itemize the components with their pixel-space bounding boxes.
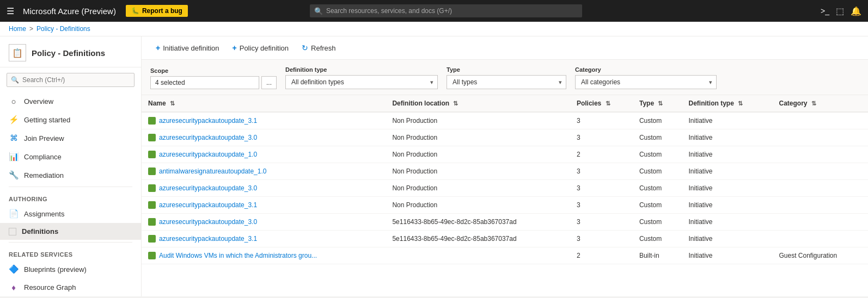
scope-input[interactable] [150, 76, 259, 89]
col-definition-location[interactable]: Definition location ⇅ [386, 95, 570, 112]
row-name-link-2[interactable]: azuresecuritypackautoupdate_1.0 [148, 151, 379, 158]
row-icon-0 [148, 117, 156, 125]
cell-type-2: Custom [633, 146, 682, 163]
col-policies[interactable]: Policies ⇅ [570, 95, 633, 112]
row-icon-3 [148, 167, 156, 175]
cell-deftype-2: Initiative [682, 146, 772, 163]
cell-type-4: Custom [633, 180, 682, 197]
notifications-icon[interactable]: 🔔 [851, 6, 861, 16]
definition-type-filter-group: Definition type All definition types [285, 66, 438, 89]
row-icon-5 [148, 201, 156, 209]
sidebar-item-getting-started[interactable]: ⚡ Getting started [0, 110, 141, 129]
scope-ellipsis-button[interactable]: ... [261, 76, 277, 89]
report-bug-button[interactable]: 🐛 Report a bug [126, 5, 188, 17]
plus-icon-policy: + [233, 44, 237, 52]
row-icon-6 [148, 218, 156, 226]
row-name-link-0[interactable]: azuresecuritypackautoupdate_3.1 [148, 117, 379, 125]
portal-icon[interactable]: ⬚ [836, 6, 844, 16]
row-name-link-8[interactable]: Audit Windows VMs in which the Administr… [148, 252, 379, 259]
category-filter-group: Category All categories [575, 66, 717, 89]
cell-name-3: antimalwaresignatureautoupdate_1.0 [142, 163, 386, 180]
row-icon-2 [148, 151, 156, 158]
cloud-shell-icon[interactable]: >_ [821, 7, 829, 15]
cell-type-0: Custom [633, 112, 682, 129]
type-select-wrap: All types [447, 75, 566, 89]
col-type[interactable]: Type ⇅ [633, 95, 682, 112]
category-select-wrap: All categories [575, 75, 717, 89]
cell-policies-6: 3 [570, 214, 633, 231]
sidebar-item-label: Overview [24, 97, 53, 105]
menu-icon[interactable]: ☰ [7, 6, 14, 16]
cell-defloc-2: Non Production [386, 146, 570, 163]
row-name-link-6[interactable]: azuresecuritypackautoupdate_3.0 [148, 218, 379, 226]
related-section-label: Related Services [0, 245, 141, 260]
authoring-section-label: Authoring [0, 189, 141, 204]
cell-deftype-4: Initiative [682, 180, 772, 197]
sidebar-item-label: Join Preview [24, 134, 64, 142]
sidebar-item-blueprints[interactable]: 🔷 Blueprints (preview) [0, 260, 141, 278]
table-row: azuresecuritypackautoupdate_3.1 Non Prod… [142, 197, 868, 214]
cell-deftype-6: Initiative [682, 214, 772, 231]
sidebar-header: 📋 Policy - Definitions [0, 36, 141, 67]
cell-policies-7: 3 [570, 231, 633, 247]
initiative-definition-button[interactable]: + Initiative definition [150, 41, 225, 55]
topnav: ☰ Microsoft Azure (Preview) 🐛 Report a b… [0, 0, 868, 22]
policy-definition-button[interactable]: + Policy definition [227, 41, 295, 55]
type-select[interactable]: All types [447, 75, 566, 89]
type-label: Type [447, 66, 566, 73]
breadcrumb-current: Policy - Definitions [36, 25, 90, 33]
cell-defloc-5: Non Production [386, 197, 570, 214]
scope-label: Scope [150, 67, 277, 74]
cell-defloc-7: 5e116433-8b65-49ec-8d2c-85ab367037ad [386, 231, 570, 247]
row-name-link-7[interactable]: azuresecuritypackautoupdate_3.1 [148, 235, 379, 243]
sidebar-item-overview[interactable]: ○ Overview [0, 92, 141, 110]
cell-category-1 [772, 129, 868, 146]
cell-policies-0: 3 [570, 112, 633, 129]
sidebar-search-input[interactable] [7, 73, 135, 87]
cell-deftype-8: Initiative [682, 247, 772, 264]
sidebar-item-join-preview[interactable]: ⌘ Join Preview [0, 129, 141, 147]
sidebar-item-resource-graph[interactable]: ♦ Resource Graph [0, 278, 141, 296]
global-search-input[interactable] [310, 4, 582, 17]
row-name-link-3[interactable]: antimalwaresignatureautoupdate_1.0 [148, 167, 379, 175]
assignments-icon: 📄 [9, 209, 19, 219]
definition-type-select[interactable]: All definition types [285, 75, 438, 89]
cell-name-0: azuresecuritypackautoupdate_3.1 [142, 112, 386, 129]
col-category[interactable]: Category ⇅ [772, 95, 868, 112]
search-icon: 🔍 [314, 7, 323, 15]
row-name-link-5[interactable]: azuresecuritypackautoupdate_3.1 [148, 201, 379, 209]
col-name[interactable]: Name ⇅ [142, 95, 386, 112]
sidebar: 📋 Policy - Definitions 🔍 ○ Overview ⚡ Ge… [0, 36, 142, 296]
row-name-link-1[interactable]: azuresecuritypackautoupdate_3.0 [148, 134, 379, 141]
cell-category-5 [772, 197, 868, 214]
breadcrumb-home[interactable]: Home [9, 25, 26, 33]
definitions-table: Name ⇅ Definition location ⇅ Policies ⇅ [142, 95, 868, 264]
refresh-button[interactable]: ↻ Refresh [296, 41, 341, 55]
sidebar-item-remediation[interactable]: 🔧 Remediation [0, 166, 141, 184]
cell-category-3 [772, 163, 868, 180]
sidebar-item-label: Definitions [22, 227, 58, 235]
cell-name-8: Audit Windows VMs in which the Administr… [142, 247, 386, 264]
category-select[interactable]: All categories [575, 75, 717, 89]
sidebar-item-label: Getting started [24, 116, 70, 124]
table-row: azuresecuritypackautoupdate_3.1 Non Prod… [142, 112, 868, 129]
cell-defloc-8 [386, 247, 570, 264]
definitions-table-wrap: Name ⇅ Definition location ⇅ Policies ⇅ [142, 95, 868, 296]
content-area: + Initiative definition + Policy definit… [142, 36, 868, 296]
cell-type-7: Custom [633, 231, 682, 247]
sidebar-item-assignments[interactable]: 📄 Assignments [0, 204, 141, 223]
cell-policies-5: 3 [570, 197, 633, 214]
join-preview-icon: ⌘ [9, 133, 19, 143]
cell-deftype-3: Initiative [682, 163, 772, 180]
cell-category-8: Guest Configuration [772, 247, 868, 264]
cell-type-1: Custom [633, 129, 682, 146]
scope-filter-group: Scope ... [150, 67, 277, 89]
sidebar-item-compliance[interactable]: 📊 Compliance [0, 147, 141, 166]
col-definition-type[interactable]: Definition type ⇅ [682, 95, 772, 112]
cell-name-4: azuresecuritypackautoupdate_3.0 [142, 180, 386, 197]
cell-policies-2: 2 [570, 146, 633, 163]
cell-deftype-1: Initiative [682, 129, 772, 146]
sidebar-item-definitions[interactable]: Definitions [0, 223, 141, 240]
cell-deftype-7: Initiative [682, 231, 772, 247]
row-name-link-4[interactable]: azuresecuritypackautoupdate_3.0 [148, 184, 379, 192]
